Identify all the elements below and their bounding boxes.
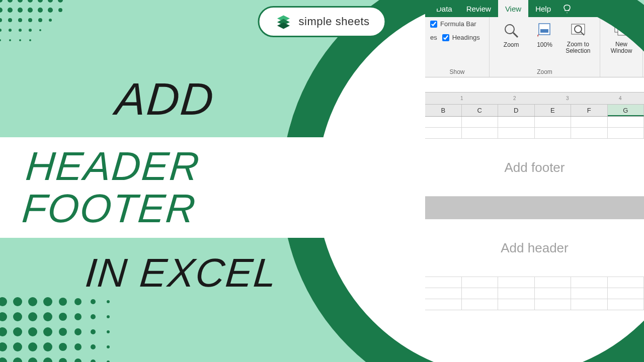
svg-point-32	[19, 39, 21, 41]
svg-point-30	[0, 39, 1, 41]
svg-point-46	[59, 313, 67, 321]
svg-point-71	[74, 358, 82, 362]
svg-point-62	[59, 343, 67, 351]
svg-point-45	[43, 312, 52, 321]
svg-point-48	[91, 314, 96, 319]
svg-point-3	[18, 0, 23, 3]
svg-point-47	[74, 313, 82, 320]
svg-marker-216	[277, 23, 290, 29]
svg-point-17	[0, 18, 2, 22]
svg-point-11	[18, 8, 23, 13]
svg-point-43	[13, 312, 22, 321]
svg-point-65	[107, 345, 110, 348]
svg-point-68	[28, 357, 37, 362]
svg-point-14	[48, 8, 53, 13]
headline-line3: IN EXCEL	[84, 252, 334, 294]
svg-point-19	[18, 18, 22, 22]
svg-point-4	[28, 0, 33, 3]
svg-point-57	[107, 330, 110, 333]
svg-point-67	[13, 357, 22, 362]
decorative-dots-bottomleft	[0, 292, 126, 362]
svg-point-51	[13, 327, 22, 336]
svg-point-42	[0, 312, 7, 321]
svg-point-5	[38, 0, 43, 3]
svg-point-49	[107, 315, 110, 318]
svg-point-50	[0, 327, 7, 336]
svg-point-15	[58, 8, 62, 12]
svg-point-33	[29, 39, 31, 41]
svg-point-25	[9, 29, 12, 32]
svg-point-56	[91, 329, 96, 334]
headline: ADD HEADER FOOTER IN EXCEL	[0, 75, 332, 294]
svg-point-66	[0, 357, 7, 362]
svg-point-52	[28, 327, 37, 336]
svg-point-40	[91, 299, 96, 304]
svg-point-37	[43, 297, 52, 306]
svg-point-18	[8, 18, 12, 22]
svg-point-55	[74, 328, 82, 335]
svg-point-6	[48, 0, 53, 3]
svg-point-44	[28, 312, 37, 321]
svg-point-13	[38, 8, 43, 13]
svg-point-27	[29, 29, 32, 32]
svg-point-35	[13, 297, 22, 306]
svg-point-64	[91, 344, 96, 349]
svg-point-58	[0, 342, 7, 351]
svg-point-9	[0, 8, 3, 13]
svg-point-54	[59, 328, 67, 336]
svg-point-61	[43, 342, 52, 351]
svg-point-63	[74, 343, 82, 350]
logo-icon	[274, 13, 292, 31]
svg-point-21	[38, 18, 42, 22]
svg-point-36	[28, 297, 37, 306]
svg-point-10	[8, 8, 13, 13]
svg-point-24	[0, 29, 2, 32]
logo-text: simple sheets	[298, 15, 369, 28]
logo: simple sheets	[258, 6, 386, 37]
svg-point-70	[59, 358, 67, 362]
svg-point-60	[28, 342, 37, 351]
svg-point-28	[39, 29, 41, 31]
svg-point-59	[13, 342, 22, 351]
svg-point-34	[0, 297, 7, 306]
svg-point-38	[59, 298, 67, 306]
svg-point-26	[19, 29, 22, 32]
svg-point-31	[9, 39, 11, 41]
svg-point-53	[43, 327, 52, 336]
svg-point-41	[107, 300, 110, 303]
svg-point-1	[0, 0, 3, 3]
svg-point-2	[8, 0, 13, 3]
svg-point-22	[49, 19, 52, 22]
svg-point-20	[28, 18, 32, 22]
svg-point-69	[43, 357, 52, 362]
svg-point-39	[74, 298, 82, 305]
headline-line2: HEADER FOOTER	[21, 145, 319, 230]
headline-line1: ADD	[114, 75, 334, 123]
ring-decoration	[282, 0, 644, 362]
svg-point-72	[91, 359, 96, 362]
svg-point-12	[28, 8, 33, 13]
svg-point-7	[58, 0, 63, 3]
